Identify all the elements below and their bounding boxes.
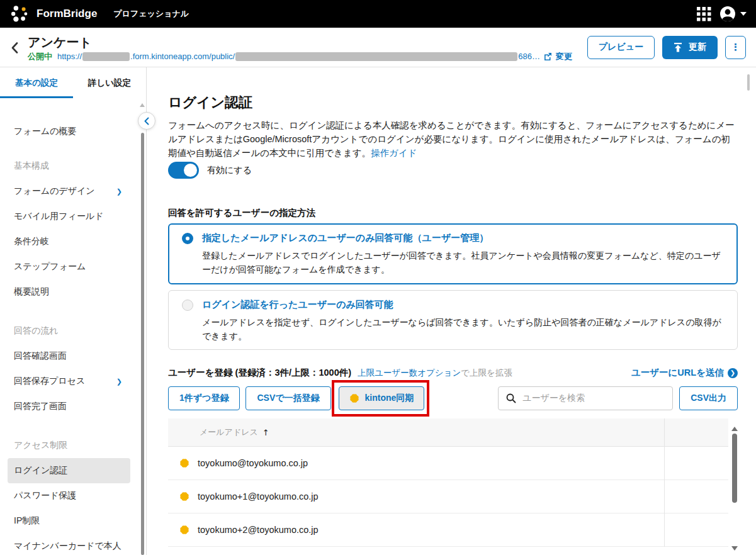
kintone-icon (179, 491, 189, 502)
update-button[interactable]: 更新 (662, 36, 718, 59)
kintone-sync-button[interactable]: kintone同期 (339, 386, 425, 410)
more-actions-button[interactable]: ⋮ (725, 36, 746, 59)
sidebar-item-answer-confirm[interactable]: 回答確認画面 (0, 344, 146, 369)
sort-ascending-icon[interactable]: ↑ (262, 428, 269, 437)
redacted-url-part (82, 52, 130, 61)
kintone-icon (179, 458, 189, 468)
send-url-link[interactable]: ユーザーにURLを送信❯ (631, 367, 738, 379)
search-placeholder: ユーザーを検索 (522, 393, 585, 404)
sidebar-item-step-form[interactable]: ステップフォーム (0, 254, 146, 279)
user-email: toyokumo+1@toyokumo.co.jp (198, 491, 319, 502)
sidebar-nav: フォームの概要 基本構成 フォームのデザイン❯ モバイル用フィールド 条件分岐 … (0, 119, 146, 555)
form-title: アンケート (28, 35, 572, 49)
chevron-right-icon: ❯ (116, 378, 122, 386)
column-divider (664, 418, 665, 547)
sidebar-scrollbar[interactable] (141, 133, 144, 555)
public-url: https://.form.kintoneapp.com/public/686… (57, 52, 540, 62)
table-scrollbar[interactable] (730, 423, 739, 555)
sidebar-scroll-up-icon[interactable] (140, 103, 145, 107)
sidebar-item-mobile-fields[interactable]: モバイル用フィールド (0, 204, 146, 229)
tab-advanced-settings[interactable]: 詳しい設定 (73, 67, 146, 98)
table-row[interactable]: toyokumo+1@toyokumo.co.jp (168, 480, 728, 513)
back-icon[interactable] (11, 42, 18, 53)
topbar: FormBridge プロフェッショナル (0, 0, 756, 28)
csv-bulk-register-button[interactable]: CSVで一括登録 (245, 386, 330, 410)
radio-selected-icon[interactable] (182, 233, 193, 244)
sidebar-item-conditional-branch[interactable]: 条件分岐 (0, 229, 146, 254)
kintone-icon (349, 393, 359, 403)
sidebar-item-ip-restriction[interactable]: IP制限 (0, 508, 146, 534)
table-header-row: メールアドレス ↑ (168, 418, 728, 447)
sidebar-section-basic-structure: 基本構成 (0, 154, 146, 179)
redacted-url-part (235, 52, 517, 61)
table-row[interactable]: toyokumo+2@toyokumo.co.jp (168, 513, 728, 547)
csv-export-button[interactable]: CSV出力 (679, 386, 738, 410)
app-grid-icon[interactable] (697, 7, 711, 21)
toggle-knob (184, 164, 197, 177)
page-description: フォームへのアクセス時に、ログイン認証による本人確認を求めることができます。有効… (168, 118, 738, 160)
limit-option-link[interactable]: 上限ユーザー数オプション (358, 368, 461, 378)
settings-sidebar: 基本の設定 詳しい設定 フォームの概要 基本構成 フォームのデザイン❯ モバイル… (0, 67, 147, 555)
user-email: toyokumo@toyokumo.co.jp (198, 458, 308, 468)
form-header: アンケート 公開中 https://.form.kintoneapp.com/p… (0, 28, 756, 67)
collapse-chevron-icon (144, 117, 149, 125)
enable-toggle[interactable] (168, 162, 199, 179)
kintone-icon (179, 525, 189, 535)
user-search-input[interactable]: ユーザーを検索 (498, 386, 673, 410)
limit-option-text: 上限ユーザー数オプションで上限を拡張 (358, 367, 512, 379)
plan-name: プロフェッショナル (113, 8, 189, 20)
user-avatar-icon[interactable] (719, 6, 736, 22)
sidebar-item-password-protection[interactable]: パスワード保護 (0, 483, 146, 508)
scroll-down-icon[interactable] (731, 546, 738, 551)
upload-icon (674, 43, 682, 52)
option-any-authenticated-user[interactable]: ログイン認証を行ったユーザーのみ回答可能 メールアドレスを指定せず、ログインした… (168, 290, 738, 350)
sidebar-item-login-auth[interactable]: ログイン認証 (8, 458, 130, 483)
page-title: ログイン認証 (168, 93, 756, 112)
chevron-right-icon: ❯ (116, 188, 122, 196)
table-row[interactable]: toyokumo@toyokumo.co.jp (168, 447, 728, 480)
email-column-header[interactable]: メールアドレス (200, 427, 258, 438)
register-users-label: ユーザーを登録 (登録済：3件/上限：1000件) (168, 367, 351, 379)
register-one-button[interactable]: 1件ずつ登録 (168, 386, 240, 410)
formbridge-logo-icon (10, 4, 29, 23)
account-caret-icon[interactable] (740, 12, 747, 16)
option-description: メールアドレスを指定せず、ログインしたユーザーならば回答できます。いたずら防止や… (202, 316, 724, 344)
guide-link[interactable]: 操作ガイド (371, 148, 417, 158)
radio-unselected-icon[interactable] (182, 300, 193, 311)
sidebar-item-answer-save-process[interactable]: 回答保存プロセス❯ (0, 369, 146, 394)
chevron-circle-icon: ❯ (728, 368, 738, 378)
brand-name: FormBridge (37, 8, 97, 20)
sidebar-section-access-restriction: アクセス制限 (0, 433, 146, 458)
search-icon (506, 393, 516, 403)
scroll-up-icon[interactable] (731, 427, 738, 431)
sidebar-tabs: 基本の設定 詳しい設定 (0, 67, 146, 98)
preview-button[interactable]: プレビュー (587, 36, 655, 59)
sidebar-section-answer-flow: 回答の流れ (0, 318, 146, 344)
external-link-icon[interactable] (544, 52, 552, 60)
change-url-link[interactable]: 変更 (556, 51, 572, 62)
publish-status: 公開中 (28, 51, 52, 62)
sidebar-item-answer-complete[interactable]: 回答完了画面 (0, 394, 146, 419)
sidebar-collapse-button[interactable] (138, 112, 155, 130)
user-email: toyokumo+2@toyokumo.co.jp (198, 525, 319, 535)
tab-basic-settings[interactable]: 基本の設定 (0, 67, 73, 98)
main-scrollbar[interactable] (747, 74, 750, 91)
scrollbar-thumb[interactable] (732, 434, 737, 503)
user-table: メールアドレス ↑ toyokumo@toyokumo.co.jp toyoku… (168, 418, 728, 547)
option-title: 指定したメールアドレスのユーザーのみ回答可能（ユーザー管理） (202, 232, 724, 244)
sidebar-item-mynumber-card[interactable]: マイナンバーカードで本人 (0, 534, 146, 555)
option-description: 登録したメールアドレスでログインしたユーザーが回答できます。社員アンケートや会員… (202, 249, 724, 277)
option-specified-users[interactable]: 指定したメールアドレスのユーザーのみ回答可能（ユーザー管理） 登録したメールアド… (168, 223, 738, 284)
sidebar-item-overview-description[interactable]: 概要説明 (0, 279, 146, 305)
sidebar-item-form-overview[interactable]: フォームの概要 (0, 119, 146, 144)
option-title: ログイン認証を行ったユーザーのみ回答可能 (202, 299, 724, 311)
main-content: ログイン認証 フォームへのアクセス時に、ログイン認証による本人確認を求めることが… (147, 67, 756, 555)
formbridge-settings-page: FormBridge プロフェッショナル アンケート (0, 0, 756, 555)
enable-toggle-label: 有効にする (207, 165, 252, 176)
method-heading: 回答を許可するユーザーの指定方法 (168, 207, 756, 219)
sidebar-item-form-design[interactable]: フォームのデザイン❯ (0, 179, 146, 204)
